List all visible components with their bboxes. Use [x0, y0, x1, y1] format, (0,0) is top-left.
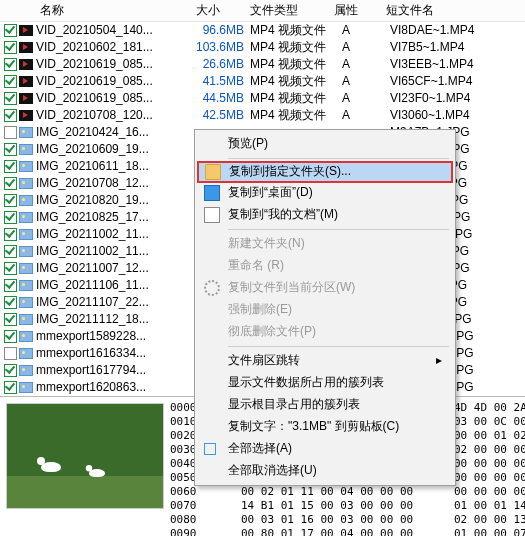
- image-icon: [19, 382, 33, 393]
- video-icon: [19, 59, 33, 70]
- row-checkbox[interactable]: [4, 211, 17, 224]
- file-name: IMG_20211107_22...: [36, 295, 190, 311]
- document-icon: [204, 207, 220, 223]
- file-attr: A: [342, 40, 390, 56]
- file-size: 42.5MB: [190, 108, 250, 124]
- file-name: IMG_20210424_16...: [36, 125, 190, 141]
- short-name: VI65CF~1.MP4: [390, 74, 525, 90]
- row-checkbox[interactable]: [4, 109, 17, 122]
- table-row[interactable]: VID_20210504_140...96.6MBMP4 视频文件AVI8DAE…: [0, 22, 525, 39]
- file-attr: A: [342, 74, 390, 90]
- short-name: VI8DAE~1.MP4: [390, 23, 525, 39]
- row-checkbox[interactable]: [4, 41, 17, 54]
- table-row[interactable]: VID_20210619_085...44.5MBMP4 视频文件AVI23F0…: [0, 90, 525, 107]
- col-type[interactable]: 文件类型: [238, 3, 326, 19]
- menu-show-root-clusters[interactable]: 显示根目录占用的簇列表: [198, 394, 452, 416]
- table-row[interactable]: VID_20210602_181...103.6MBMP4 视频文件AVI7B5…: [0, 39, 525, 56]
- file-name: mmexport1617794...: [36, 363, 190, 379]
- image-icon: [19, 297, 33, 308]
- file-name: IMG_20210611_18...: [36, 159, 190, 175]
- video-icon: [19, 76, 33, 87]
- image-icon: [19, 195, 33, 206]
- file-name: IMG_20211007_12...: [36, 261, 190, 277]
- menu-select-all[interactable]: 全部选择(A): [198, 438, 452, 460]
- submenu-arrow-icon: ▸: [436, 353, 442, 369]
- row-checkbox[interactable]: [4, 330, 17, 343]
- file-type: MP4 视频文件: [250, 74, 342, 90]
- menu-deselect-all[interactable]: 全部取消选择(U): [198, 460, 452, 482]
- row-checkbox[interactable]: [4, 381, 17, 394]
- menu-copy-to-desktop[interactable]: 复制到“桌面”(D): [198, 182, 452, 204]
- row-checkbox[interactable]: [4, 279, 17, 292]
- table-row[interactable]: VID_20210619_085...26.6MBMP4 视频文件AVI3EEB…: [0, 56, 525, 73]
- menu-copy-to-docs[interactable]: 复制到“我的文档”(M): [198, 204, 452, 226]
- row-checkbox[interactable]: [4, 143, 17, 156]
- image-thumbnail[interactable]: [6, 403, 164, 509]
- menu-force-delete: 强制删除(E): [198, 299, 452, 321]
- col-size[interactable]: 大小: [178, 3, 238, 19]
- menu-preview[interactable]: 预览(P): [198, 133, 452, 155]
- image-icon: [19, 314, 33, 325]
- row-checkbox[interactable]: [4, 228, 17, 241]
- menu-jump-bad-sector[interactable]: 文件扇区跳转▸: [198, 350, 452, 372]
- desktop-icon: [204, 185, 220, 201]
- short-name: VI23F0~1.MP4: [390, 91, 525, 107]
- row-checkbox[interactable]: [4, 24, 17, 37]
- file-name: VID_20210619_085...: [36, 57, 190, 73]
- file-name: VID_20210619_085...: [36, 74, 190, 90]
- menu-copy-text[interactable]: 复制文字："3.1MB" 到剪贴板(C): [198, 416, 452, 438]
- short-name: VI7B5~1.MP4: [390, 40, 525, 56]
- file-size: 44.5MB: [190, 91, 250, 107]
- file-type: MP4 视频文件: [250, 23, 342, 39]
- file-type: MP4 视频文件: [250, 108, 342, 124]
- row-checkbox[interactable]: [4, 58, 17, 71]
- row-checkbox[interactable]: [4, 364, 17, 377]
- hex-bytes-tail: 4D 4D 00 2A 03 00 0C 00 00 00 01 02 02 0…: [454, 397, 525, 536]
- file-name: VID_20210504_140...: [36, 23, 190, 39]
- file-name: IMG_20211002_11...: [36, 227, 190, 243]
- context-menu: 预览(P) 复制到指定文件夹(S)... 复制到“桌面”(D) 复制到“我的文档…: [194, 129, 456, 486]
- row-checkbox[interactable]: [4, 126, 17, 139]
- table-row[interactable]: VID_20210708_120...42.5MBMP4 视频文件AVI3060…: [0, 107, 525, 124]
- file-attr: A: [342, 108, 390, 124]
- file-attr: A: [342, 57, 390, 73]
- table-row[interactable]: VID_20210619_085...41.5MBMP4 视频文件AVI65CF…: [0, 73, 525, 90]
- image-icon: [19, 178, 33, 189]
- image-icon: [19, 161, 33, 172]
- file-name: IMG_20210820_19...: [36, 193, 190, 209]
- row-checkbox[interactable]: [4, 313, 17, 326]
- menu-show-clusters[interactable]: 显示文件数据所占用的簇列表: [198, 372, 452, 394]
- row-checkbox[interactable]: [4, 245, 17, 258]
- image-icon: [19, 246, 33, 257]
- file-name: IMG_20211002_11...: [36, 244, 190, 260]
- image-icon: [19, 127, 33, 138]
- row-checkbox[interactable]: [4, 262, 17, 275]
- separator: [228, 229, 449, 230]
- row-checkbox[interactable]: [4, 92, 17, 105]
- file-name: mmexport1620863...: [36, 380, 190, 396]
- file-name: IMG_20210825_17...: [36, 210, 190, 226]
- file-name: IMG_20211112_18...: [36, 312, 190, 328]
- row-checkbox[interactable]: [4, 177, 17, 190]
- row-checkbox[interactable]: [4, 194, 17, 207]
- check-icon: [204, 443, 216, 455]
- folder-icon: [205, 164, 221, 180]
- short-name: VI3EEB~1.MP4: [390, 57, 525, 73]
- image-icon: [19, 212, 33, 223]
- col-attr[interactable]: 属性: [326, 3, 378, 19]
- menu-new-folder: 新建文件夹(N): [198, 233, 452, 255]
- col-name[interactable]: 名称: [6, 3, 178, 19]
- file-type: MP4 视频文件: [250, 57, 342, 73]
- file-name: VID_20210619_085...: [36, 91, 190, 107]
- image-icon: [19, 144, 33, 155]
- row-checkbox[interactable]: [4, 347, 17, 360]
- row-checkbox[interactable]: [4, 160, 17, 173]
- image-icon: [19, 331, 33, 342]
- file-attr: A: [342, 23, 390, 39]
- menu-copy-to-folder[interactable]: 复制到指定文件夹(S)...: [197, 161, 453, 183]
- video-icon: [19, 93, 33, 104]
- col-short[interactable]: 短文件名: [378, 3, 434, 19]
- row-checkbox[interactable]: [4, 75, 17, 88]
- row-checkbox[interactable]: [4, 296, 17, 309]
- column-headers[interactable]: 名称 大小 文件类型 属性 短文件名: [0, 0, 525, 22]
